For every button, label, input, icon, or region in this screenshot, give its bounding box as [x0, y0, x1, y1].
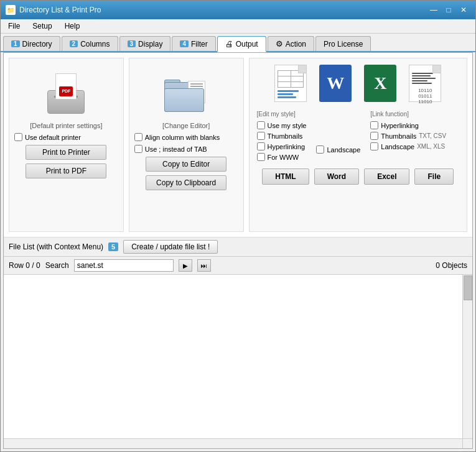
tab-label-display: Display [138, 40, 162, 48]
window-title: Directory List & Print Pro [19, 6, 101, 14]
landscape-check[interactable]: Landscape [316, 145, 360, 154]
edit-style-col: [Edit my style] Use my style Thumbnails … [257, 111, 307, 161]
menu-file[interactable]: File [3, 21, 25, 32]
tab-label-pro: Pro License [324, 40, 363, 48]
html-icon-item [271, 63, 310, 103]
print-to-pdf-button[interactable]: Print to PDF [26, 164, 106, 178]
title-bar: 📁 Directory List & Print Pro — □ ✕ [1, 1, 475, 19]
html-cell-3 [278, 76, 291, 81]
close-button[interactable]: ✕ [457, 4, 470, 16]
link-thumbnails-row: Thumbnails TXT, CSV [370, 132, 446, 140]
thumbnails-check[interactable]: Thumbnails [257, 132, 307, 140]
for-www-check[interactable]: For WWW [257, 153, 307, 161]
excel-button[interactable]: Excel [364, 168, 409, 185]
action-icon: ⚙ [276, 39, 283, 48]
tab-label-action: Action [286, 40, 306, 48]
objects-count: 0 Objects [436, 261, 467, 270]
search-input[interactable] [74, 259, 174, 272]
nav-skip-button[interactable]: ⏭ [197, 259, 211, 272]
use-my-style-input[interactable] [257, 121, 265, 129]
use-default-printer-input[interactable] [14, 133, 22, 141]
format-panel: W X [249, 58, 468, 232]
tab-output[interactable]: 🖨 Output [217, 36, 266, 52]
print-to-printer-button[interactable]: Print to Printer [26, 145, 106, 160]
hyperlinking-input[interactable] [257, 142, 265, 150]
tab-label-filter: Filter [191, 40, 208, 48]
copy-to-editor-button[interactable]: Copy to Editor [146, 157, 226, 172]
copy-to-clipboard-button[interactable]: Copy to Clipboard [146, 175, 226, 190]
create-file-list-button[interactable]: Create / update file list ! [123, 240, 218, 254]
scroll-corner [462, 438, 472, 448]
tab-filter[interactable]: 4 Filter [172, 36, 215, 51]
folder-front [164, 88, 204, 112]
printer-icon-area: PDF [41, 68, 91, 118]
html-line-2 [278, 93, 293, 95]
tab-columns[interactable]: 2 Columns [62, 36, 118, 51]
step-badge: 5 [108, 242, 118, 251]
tab-pro-license[interactable]: Pro License [315, 36, 371, 51]
link-thumbnails-input[interactable] [370, 132, 378, 140]
tab-label-output: Output [236, 40, 258, 48]
html-table-inner [278, 70, 304, 88]
link-landscape-check[interactable]: Landscape [370, 142, 414, 150]
horizontal-scrollbar[interactable] [4, 438, 462, 448]
format-icons-row: W X [254, 63, 462, 103]
tab-directory[interactable]: 1 Directory [3, 36, 60, 51]
html-button[interactable]: HTML [262, 168, 309, 185]
maximize-button[interactable]: □ [442, 4, 455, 16]
link-function-label: [Link function] [370, 111, 446, 118]
scroll-thumb-vertical[interactable] [464, 275, 472, 300]
folder-icon-area [161, 68, 211, 118]
printer-icon: PDF [44, 73, 88, 114]
menu-setup[interactable]: Setup [27, 21, 57, 32]
for-www-input[interactable] [257, 153, 265, 161]
minimize-button[interactable]: — [427, 4, 441, 16]
link-thumbnails-check[interactable]: Thumbnails [370, 132, 416, 140]
align-column-check[interactable]: Align column with blanks [134, 133, 220, 141]
html-line-3 [278, 96, 296, 98]
main-window: 📁 Directory List & Print Pro — □ ✕ File … [0, 0, 476, 452]
paper-line-2 [190, 86, 203, 87]
excel-icon-item: X [360, 63, 400, 103]
file-button[interactable]: File [414, 168, 454, 185]
link-function-col: [Link function] Hyperlinking Thumbnails … [370, 111, 446, 161]
landscape-input[interactable] [316, 145, 324, 154]
use-default-printer-check[interactable]: Use default printer [14, 133, 81, 141]
word-button[interactable]: Word [314, 168, 359, 185]
thumbnails-input[interactable] [257, 132, 265, 140]
file-list-bar: File List (with Context Menu) 5 Create /… [4, 238, 472, 257]
app-icon: 📁 [6, 5, 16, 15]
title-bar-left: 📁 Directory List & Print Pro [6, 5, 101, 15]
word-icon-item: W [315, 63, 355, 103]
file-list-label: File List (with Context Menu) [9, 242, 103, 251]
excel-icon: X [360, 63, 400, 103]
use-semicolon-input[interactable] [134, 145, 142, 153]
html-cell-5 [278, 82, 291, 87]
tab-number-2: 2 [70, 40, 78, 47]
pdf-badge: PDF [59, 86, 73, 96]
link-landscape-input[interactable] [370, 142, 378, 150]
html-line-1 [278, 90, 299, 92]
panels-row: PDF [Default printer settings] Use defau… [4, 53, 472, 238]
output-icon: 🖨 [225, 39, 233, 48]
file-icon: 101100101111010 [405, 63, 445, 103]
menu-help[interactable]: Help [60, 21, 85, 32]
file-list-area [4, 275, 472, 448]
use-my-style-check[interactable]: Use my style [257, 121, 307, 129]
link-hyperlinking-input[interactable] [370, 121, 378, 129]
vertical-scrollbar[interactable] [462, 275, 472, 438]
align-column-input[interactable] [134, 133, 142, 141]
hyperlinking-check[interactable]: Hyperlinking [257, 142, 307, 150]
nav-play-button[interactable]: ▶ [179, 259, 192, 272]
txt-csv-note: TXT, CSV [419, 132, 446, 139]
change-editor-label: [Change Editor] [162, 122, 210, 129]
use-semicolon-check[interactable]: Use ; instead of TAB [134, 145, 207, 153]
tab-display[interactable]: 3 Display [119, 36, 171, 51]
file-line-2 [412, 75, 430, 76]
link-hyperlinking-check[interactable]: Hyperlinking [370, 121, 446, 129]
file-doc-icon: 101100101111010 [409, 65, 441, 102]
tab-label-directory: Directory [22, 40, 52, 48]
tab-action[interactable]: ⚙ Action [268, 36, 314, 51]
html-doc-icon [274, 65, 307, 102]
html-cell-4 [291, 76, 304, 81]
